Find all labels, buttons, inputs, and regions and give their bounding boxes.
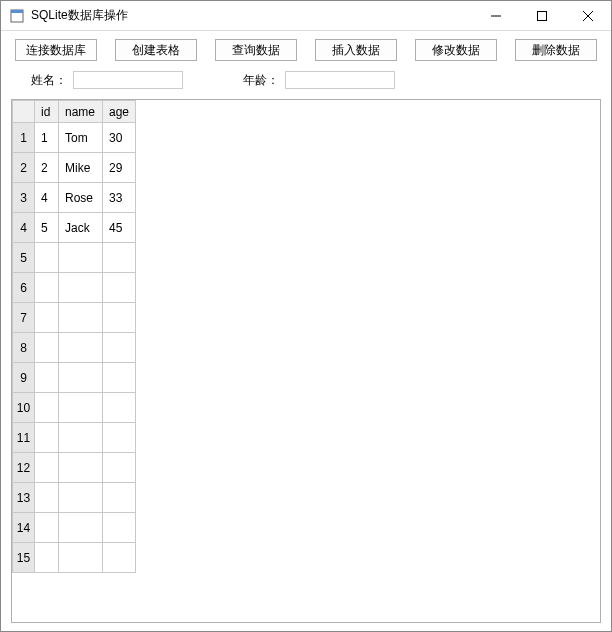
cell-id[interactable]: 1 [35,123,59,153]
cell-id[interactable] [35,423,59,453]
row-header[interactable]: 12 [13,453,35,483]
row-header[interactable]: 2 [13,153,35,183]
cell-name[interactable] [59,483,103,513]
cell-id[interactable] [35,483,59,513]
cell-name[interactable]: Tom [59,123,103,153]
connect-db-button[interactable]: 连接数据库 [15,39,97,61]
table-corner[interactable] [13,101,35,123]
cell-name[interactable] [59,543,103,573]
query-data-button[interactable]: 查询数据 [215,39,297,61]
table-row[interactable]: 11 [13,423,136,453]
table-row[interactable]: 22Mike29 [13,153,136,183]
row-header[interactable]: 9 [13,363,35,393]
name-input[interactable] [73,71,183,89]
cell-id[interactable] [35,333,59,363]
row-header[interactable]: 1 [13,123,35,153]
row-header[interactable]: 4 [13,213,35,243]
cell-age[interactable] [103,483,136,513]
data-table[interactable]: id name age 11Tom3022Mike2934Rose3345Jac… [12,100,136,573]
cell-id[interactable] [35,453,59,483]
form-row: 姓名： 年龄： [1,67,611,99]
row-header[interactable]: 3 [13,183,35,213]
cell-name[interactable] [59,393,103,423]
column-header-name[interactable]: name [59,101,103,123]
cell-name[interactable] [59,423,103,453]
table-row[interactable]: 7 [13,303,136,333]
cell-age[interactable]: 29 [103,153,136,183]
minimize-button[interactable] [473,1,519,31]
data-table-container[interactable]: id name age 11Tom3022Mike2934Rose3345Jac… [11,99,601,623]
column-header-age[interactable]: age [103,101,136,123]
cell-id[interactable]: 5 [35,213,59,243]
row-header[interactable]: 14 [13,513,35,543]
cell-name[interactable] [59,513,103,543]
cell-age[interactable] [103,333,136,363]
table-row[interactable]: 10 [13,393,136,423]
cell-id[interactable]: 2 [35,153,59,183]
window-title: SQLite数据库操作 [31,7,128,24]
cell-age[interactable]: 33 [103,183,136,213]
create-table-button[interactable]: 创建表格 [115,39,197,61]
cell-id[interactable] [35,303,59,333]
cell-name[interactable] [59,303,103,333]
cell-id[interactable] [35,543,59,573]
cell-name[interactable] [59,453,103,483]
row-header[interactable]: 10 [13,393,35,423]
row-header[interactable]: 11 [13,423,35,453]
row-header[interactable]: 15 [13,543,35,573]
svg-rect-1 [11,10,23,13]
row-header[interactable]: 13 [13,483,35,513]
table-row[interactable]: 9 [13,363,136,393]
table-row[interactable]: 13 [13,483,136,513]
update-data-button[interactable]: 修改数据 [415,39,497,61]
cell-age[interactable]: 45 [103,213,136,243]
column-header-id[interactable]: id [35,101,59,123]
cell-name[interactable] [59,243,103,273]
cell-age[interactable] [103,273,136,303]
toolbar: 连接数据库 创建表格 查询数据 插入数据 修改数据 删除数据 [1,31,611,67]
cell-name[interactable] [59,273,103,303]
row-header[interactable]: 6 [13,273,35,303]
cell-id[interactable] [35,513,59,543]
app-icon [9,8,25,24]
table-row[interactable]: 8 [13,333,136,363]
maximize-button[interactable] [519,1,565,31]
table-row[interactable]: 12 [13,453,136,483]
cell-name[interactable] [59,333,103,363]
cell-age[interactable] [103,423,136,453]
table-row[interactable]: 14 [13,513,136,543]
table-row[interactable]: 11Tom30 [13,123,136,153]
row-header[interactable]: 5 [13,243,35,273]
table-row[interactable]: 6 [13,273,136,303]
cell-age[interactable] [103,363,136,393]
table-row[interactable]: 45Jack45 [13,213,136,243]
name-label: 姓名： [31,72,67,89]
cell-name[interactable]: Mike [59,153,103,183]
cell-age[interactable] [103,513,136,543]
cell-age[interactable] [103,393,136,423]
table-row[interactable]: 15 [13,543,136,573]
cell-age[interactable] [103,303,136,333]
table-row[interactable]: 34Rose33 [13,183,136,213]
row-header[interactable]: 7 [13,303,35,333]
cell-age[interactable] [103,543,136,573]
titlebar: SQLite数据库操作 [1,1,611,31]
cell-id[interactable] [35,243,59,273]
cell-id[interactable] [35,273,59,303]
age-input[interactable] [285,71,395,89]
cell-age[interactable] [103,243,136,273]
age-label: 年龄： [243,72,279,89]
cell-id[interactable] [35,393,59,423]
cell-age[interactable]: 30 [103,123,136,153]
cell-age[interactable] [103,453,136,483]
cell-id[interactable] [35,363,59,393]
cell-name[interactable]: Jack [59,213,103,243]
cell-name[interactable]: Rose [59,183,103,213]
insert-data-button[interactable]: 插入数据 [315,39,397,61]
row-header[interactable]: 8 [13,333,35,363]
delete-data-button[interactable]: 删除数据 [515,39,597,61]
cell-id[interactable]: 4 [35,183,59,213]
close-button[interactable] [565,1,611,31]
cell-name[interactable] [59,363,103,393]
table-row[interactable]: 5 [13,243,136,273]
